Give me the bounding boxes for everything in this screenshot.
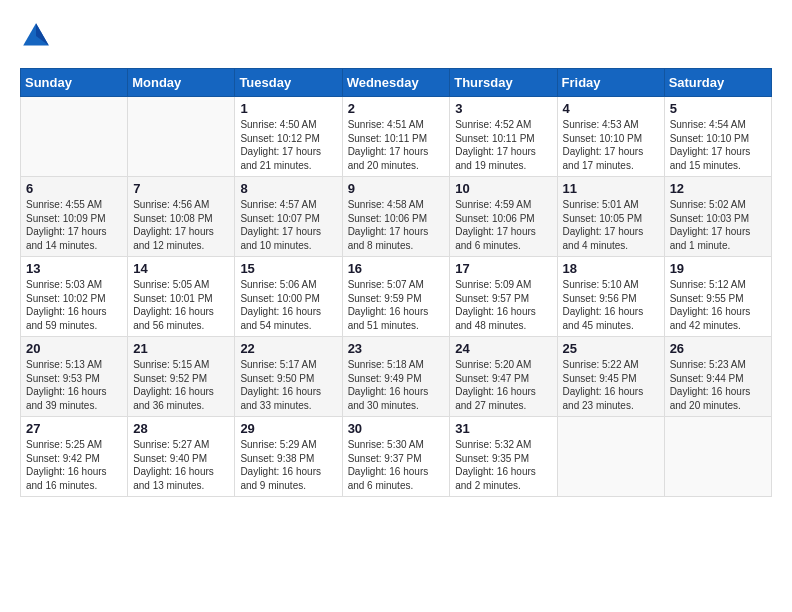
calendar-cell: 28Sunrise: 5:27 AM Sunset: 9:40 PM Dayli… xyxy=(128,417,235,497)
calendar-cell: 31Sunrise: 5:32 AM Sunset: 9:35 PM Dayli… xyxy=(450,417,557,497)
cell-text: Sunrise: 5:03 AM Sunset: 10:02 PM Daylig… xyxy=(26,278,122,332)
logo-icon xyxy=(20,20,52,52)
calendar-cell: 23Sunrise: 5:18 AM Sunset: 9:49 PM Dayli… xyxy=(342,337,450,417)
calendar-cell: 11Sunrise: 5:01 AM Sunset: 10:05 PM Dayl… xyxy=(557,177,664,257)
header xyxy=(20,20,772,52)
cell-text: Sunrise: 5:02 AM Sunset: 10:03 PM Daylig… xyxy=(670,198,766,252)
day-number: 6 xyxy=(26,181,122,196)
cell-text: Sunrise: 4:50 AM Sunset: 10:12 PM Daylig… xyxy=(240,118,336,172)
calendar-cell: 26Sunrise: 5:23 AM Sunset: 9:44 PM Dayli… xyxy=(664,337,771,417)
cell-text: Sunrise: 5:30 AM Sunset: 9:37 PM Dayligh… xyxy=(348,438,445,492)
cell-text: Sunrise: 5:23 AM Sunset: 9:44 PM Dayligh… xyxy=(670,358,766,412)
day-number: 5 xyxy=(670,101,766,116)
cell-text: Sunrise: 5:25 AM Sunset: 9:42 PM Dayligh… xyxy=(26,438,122,492)
weekday-header: Monday xyxy=(128,69,235,97)
calendar-cell: 3Sunrise: 4:52 AM Sunset: 10:11 PM Dayli… xyxy=(450,97,557,177)
cell-text: Sunrise: 4:54 AM Sunset: 10:10 PM Daylig… xyxy=(670,118,766,172)
cell-text: Sunrise: 5:20 AM Sunset: 9:47 PM Dayligh… xyxy=(455,358,551,412)
day-number: 24 xyxy=(455,341,551,356)
cell-text: Sunrise: 4:58 AM Sunset: 10:06 PM Daylig… xyxy=(348,198,445,252)
day-number: 29 xyxy=(240,421,336,436)
calendar-cell: 9Sunrise: 4:58 AM Sunset: 10:06 PM Dayli… xyxy=(342,177,450,257)
day-number: 14 xyxy=(133,261,229,276)
cell-text: Sunrise: 5:29 AM Sunset: 9:38 PM Dayligh… xyxy=(240,438,336,492)
calendar-cell xyxy=(128,97,235,177)
day-number: 1 xyxy=(240,101,336,116)
calendar-cell: 27Sunrise: 5:25 AM Sunset: 9:42 PM Dayli… xyxy=(21,417,128,497)
cell-text: Sunrise: 5:32 AM Sunset: 9:35 PM Dayligh… xyxy=(455,438,551,492)
day-number: 8 xyxy=(240,181,336,196)
calendar-cell: 15Sunrise: 5:06 AM Sunset: 10:00 PM Dayl… xyxy=(235,257,342,337)
cell-text: Sunrise: 5:22 AM Sunset: 9:45 PM Dayligh… xyxy=(563,358,659,412)
weekday-header: Tuesday xyxy=(235,69,342,97)
cell-text: Sunrise: 5:18 AM Sunset: 9:49 PM Dayligh… xyxy=(348,358,445,412)
calendar-week-row: 1Sunrise: 4:50 AM Sunset: 10:12 PM Dayli… xyxy=(21,97,772,177)
day-number: 15 xyxy=(240,261,336,276)
day-number: 22 xyxy=(240,341,336,356)
day-number: 13 xyxy=(26,261,122,276)
calendar-cell: 17Sunrise: 5:09 AM Sunset: 9:57 PM Dayli… xyxy=(450,257,557,337)
calendar-week-row: 6Sunrise: 4:55 AM Sunset: 10:09 PM Dayli… xyxy=(21,177,772,257)
cell-text: Sunrise: 5:01 AM Sunset: 10:05 PM Daylig… xyxy=(563,198,659,252)
calendar: SundayMondayTuesdayWednesdayThursdayFrid… xyxy=(20,68,772,497)
cell-text: Sunrise: 5:15 AM Sunset: 9:52 PM Dayligh… xyxy=(133,358,229,412)
calendar-cell: 1Sunrise: 4:50 AM Sunset: 10:12 PM Dayli… xyxy=(235,97,342,177)
calendar-cell: 8Sunrise: 4:57 AM Sunset: 10:07 PM Dayli… xyxy=(235,177,342,257)
calendar-cell: 20Sunrise: 5:13 AM Sunset: 9:53 PM Dayli… xyxy=(21,337,128,417)
day-number: 2 xyxy=(348,101,445,116)
cell-text: Sunrise: 5:12 AM Sunset: 9:55 PM Dayligh… xyxy=(670,278,766,332)
day-number: 19 xyxy=(670,261,766,276)
calendar-cell: 19Sunrise: 5:12 AM Sunset: 9:55 PM Dayli… xyxy=(664,257,771,337)
cell-text: Sunrise: 4:57 AM Sunset: 10:07 PM Daylig… xyxy=(240,198,336,252)
cell-text: Sunrise: 5:27 AM Sunset: 9:40 PM Dayligh… xyxy=(133,438,229,492)
calendar-cell: 24Sunrise: 5:20 AM Sunset: 9:47 PM Dayli… xyxy=(450,337,557,417)
weekday-header: Sunday xyxy=(21,69,128,97)
cell-text: Sunrise: 4:59 AM Sunset: 10:06 PM Daylig… xyxy=(455,198,551,252)
cell-text: Sunrise: 5:07 AM Sunset: 9:59 PM Dayligh… xyxy=(348,278,445,332)
calendar-cell xyxy=(21,97,128,177)
day-number: 30 xyxy=(348,421,445,436)
calendar-cell xyxy=(664,417,771,497)
day-number: 21 xyxy=(133,341,229,356)
calendar-week-row: 20Sunrise: 5:13 AM Sunset: 9:53 PM Dayli… xyxy=(21,337,772,417)
calendar-cell: 29Sunrise: 5:29 AM Sunset: 9:38 PM Dayli… xyxy=(235,417,342,497)
calendar-cell: 30Sunrise: 5:30 AM Sunset: 9:37 PM Dayli… xyxy=(342,417,450,497)
day-number: 3 xyxy=(455,101,551,116)
weekday-header: Friday xyxy=(557,69,664,97)
calendar-cell xyxy=(557,417,664,497)
day-number: 16 xyxy=(348,261,445,276)
cell-text: Sunrise: 5:13 AM Sunset: 9:53 PM Dayligh… xyxy=(26,358,122,412)
calendar-cell: 10Sunrise: 4:59 AM Sunset: 10:06 PM Dayl… xyxy=(450,177,557,257)
calendar-cell: 18Sunrise: 5:10 AM Sunset: 9:56 PM Dayli… xyxy=(557,257,664,337)
day-number: 25 xyxy=(563,341,659,356)
cell-text: Sunrise: 5:10 AM Sunset: 9:56 PM Dayligh… xyxy=(563,278,659,332)
cell-text: Sunrise: 4:53 AM Sunset: 10:10 PM Daylig… xyxy=(563,118,659,172)
day-number: 7 xyxy=(133,181,229,196)
calendar-cell: 7Sunrise: 4:56 AM Sunset: 10:08 PM Dayli… xyxy=(128,177,235,257)
day-number: 27 xyxy=(26,421,122,436)
calendar-cell: 5Sunrise: 4:54 AM Sunset: 10:10 PM Dayli… xyxy=(664,97,771,177)
cell-text: Sunrise: 5:09 AM Sunset: 9:57 PM Dayligh… xyxy=(455,278,551,332)
day-number: 31 xyxy=(455,421,551,436)
calendar-week-row: 27Sunrise: 5:25 AM Sunset: 9:42 PM Dayli… xyxy=(21,417,772,497)
calendar-cell: 21Sunrise: 5:15 AM Sunset: 9:52 PM Dayli… xyxy=(128,337,235,417)
weekday-header-row: SundayMondayTuesdayWednesdayThursdayFrid… xyxy=(21,69,772,97)
day-number: 10 xyxy=(455,181,551,196)
cell-text: Sunrise: 5:17 AM Sunset: 9:50 PM Dayligh… xyxy=(240,358,336,412)
day-number: 20 xyxy=(26,341,122,356)
day-number: 9 xyxy=(348,181,445,196)
day-number: 11 xyxy=(563,181,659,196)
cell-text: Sunrise: 4:51 AM Sunset: 10:11 PM Daylig… xyxy=(348,118,445,172)
calendar-cell: 2Sunrise: 4:51 AM Sunset: 10:11 PM Dayli… xyxy=(342,97,450,177)
cell-text: Sunrise: 4:56 AM Sunset: 10:08 PM Daylig… xyxy=(133,198,229,252)
calendar-cell: 25Sunrise: 5:22 AM Sunset: 9:45 PM Dayli… xyxy=(557,337,664,417)
day-number: 28 xyxy=(133,421,229,436)
logo xyxy=(20,20,56,52)
calendar-cell: 12Sunrise: 5:02 AM Sunset: 10:03 PM Dayl… xyxy=(664,177,771,257)
cell-text: Sunrise: 4:52 AM Sunset: 10:11 PM Daylig… xyxy=(455,118,551,172)
calendar-cell: 13Sunrise: 5:03 AM Sunset: 10:02 PM Dayl… xyxy=(21,257,128,337)
weekday-header: Thursday xyxy=(450,69,557,97)
day-number: 23 xyxy=(348,341,445,356)
calendar-cell: 16Sunrise: 5:07 AM Sunset: 9:59 PM Dayli… xyxy=(342,257,450,337)
cell-text: Sunrise: 5:06 AM Sunset: 10:00 PM Daylig… xyxy=(240,278,336,332)
